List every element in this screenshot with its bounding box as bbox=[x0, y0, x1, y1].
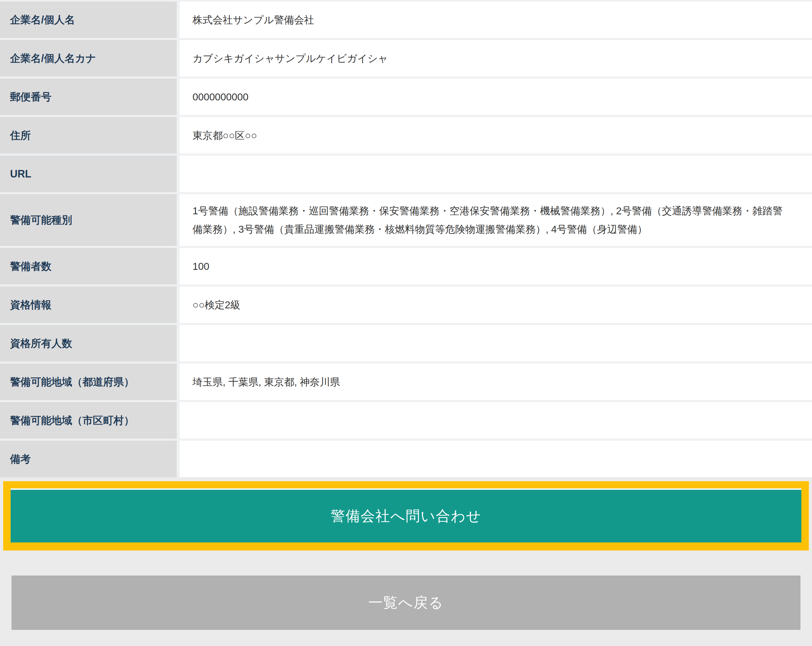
row-label: 備考 bbox=[0, 441, 177, 477]
table-row: 警備可能地域（都道府県） 埼玉県, 千葉県, 東京都, 神奈川県 bbox=[0, 364, 812, 400]
table-row: 資格情報 ○○検定2級 bbox=[0, 286, 812, 323]
security-company-detail-page: { "detail_table": { "rows": [ { "label":… bbox=[0, 0, 812, 646]
table-row: 資格所有人数 bbox=[0, 325, 812, 361]
table-row: 企業名/個人名 株式会社サンプル警備会社 bbox=[0, 2, 812, 38]
table-row: URL bbox=[0, 156, 812, 192]
back-to-list-button[interactable]: 一覧へ戻る bbox=[12, 576, 800, 630]
row-label: 警備可能地域（都道府県） bbox=[0, 364, 177, 400]
row-value bbox=[180, 325, 812, 361]
row-label: 資格所有人数 bbox=[0, 325, 177, 361]
row-label: 住所 bbox=[0, 117, 177, 154]
row-label: 警備可能種別 bbox=[0, 194, 177, 246]
row-label: 資格情報 bbox=[0, 286, 177, 323]
contact-security-company-button[interactable]: 警備会社へ問い合わせ bbox=[11, 488, 801, 542]
table-row: 備考 bbox=[0, 441, 812, 477]
row-label: 警備可能地域（市区町村） bbox=[0, 402, 177, 439]
table-row: 警備者数 100 bbox=[0, 248, 812, 285]
contact-button-highlight: 警備会社へ問い合わせ bbox=[3, 481, 809, 551]
table-row: 警備可能種別 1号警備（施設警備業務・巡回警備業務・保安警備業務・空港保安警備業… bbox=[0, 194, 812, 246]
row-label: 郵便番号 bbox=[0, 78, 177, 115]
row-value bbox=[180, 156, 812, 192]
row-value: 100 bbox=[180, 248, 812, 285]
row-value: 0000000000 bbox=[180, 78, 812, 115]
row-value: 株式会社サンプル警備会社 bbox=[180, 2, 812, 38]
row-value: 東京都○○区○○ bbox=[180, 117, 812, 154]
table-row: 住所 東京都○○区○○ bbox=[0, 117, 812, 154]
row-value: カブシキガイシャサンプルケイビガイシャ bbox=[180, 40, 812, 77]
company-detail-table: 企業名/個人名 株式会社サンプル警備会社 企業名/個人名カナ カブシキガイシャサ… bbox=[0, 0, 812, 477]
table-row: 郵便番号 0000000000 bbox=[0, 78, 812, 115]
row-label: 企業名/個人名カナ bbox=[0, 40, 177, 77]
row-label: 企業名/個人名 bbox=[0, 2, 177, 38]
row-value: ○○検定2級 bbox=[180, 286, 812, 323]
row-value: 1号警備（施設警備業務・巡回警備業務・保安警備業務・空港保安警備業務・機械警備業… bbox=[180, 194, 812, 246]
row-label: 警備者数 bbox=[0, 248, 177, 285]
table-row: 企業名/個人名カナ カブシキガイシャサンプルケイビガイシャ bbox=[0, 40, 812, 77]
row-value: 埼玉県, 千葉県, 東京都, 神奈川県 bbox=[180, 364, 812, 400]
row-value bbox=[180, 441, 812, 477]
table-row: 警備可能地域（市区町村） bbox=[0, 402, 812, 439]
row-value bbox=[180, 402, 812, 439]
row-label: URL bbox=[0, 156, 177, 192]
